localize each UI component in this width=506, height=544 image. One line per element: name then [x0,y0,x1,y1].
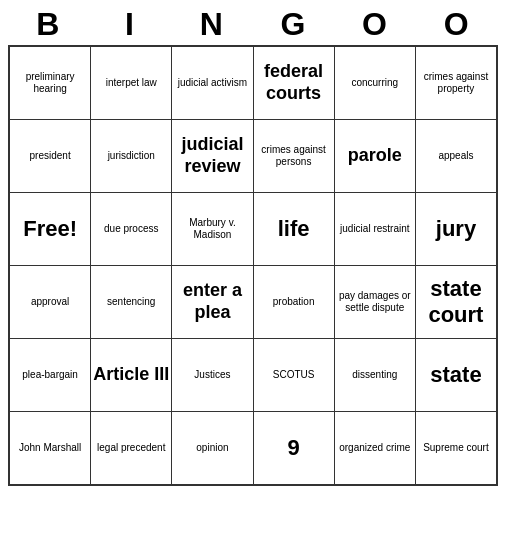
bingo-cell-4-5: state [416,339,496,411]
bingo-cell-0-3: federal courts [254,47,335,119]
bingo-cell-5-5: Supreme court [416,412,496,484]
header-letter-1: I [90,6,172,43]
bingo-cell-2-3: life [254,193,335,265]
bingo-cell-0-0: preliminary hearing [10,47,91,119]
bingo-row-3: approvalsentencingenter a pleaprobationp… [10,266,496,339]
bingo-cell-3-1: sentencing [91,266,172,338]
bingo-header: BINGOO [8,6,498,43]
bingo-cell-1-4: parole [335,120,416,192]
bingo-cell-1-2: judicial review [172,120,253,192]
bingo-cell-2-5: jury [416,193,496,265]
header-letter-3: G [253,6,335,43]
header-letter-0: B [8,6,90,43]
bingo-cell-2-0: Free! [10,193,91,265]
bingo-cell-5-1: legal precedent [91,412,172,484]
bingo-cell-4-2: Justices [172,339,253,411]
bingo-cell-1-1: jurisdiction [91,120,172,192]
bingo-row-1: presidentjurisdictionjudicial reviewcrim… [10,120,496,193]
header-letter-2: N [171,6,253,43]
header-letter-5: O [416,6,498,43]
bingo-cell-1-5: appeals [416,120,496,192]
bingo-grid: preliminary hearinginterpet lawjudicial … [8,45,498,486]
bingo-cell-5-3: 9 [254,412,335,484]
bingo-cell-2-1: due process [91,193,172,265]
bingo-cell-2-4: judicial restraint [335,193,416,265]
bingo-cell-3-4: pay damages or settle dispute [335,266,416,338]
bingo-cell-5-4: organized crime [335,412,416,484]
bingo-cell-5-0: John Marshall [10,412,91,484]
bingo-cell-0-2: judicial activism [172,47,253,119]
bingo-row-0: preliminary hearinginterpet lawjudicial … [10,47,496,120]
bingo-cell-0-1: interpet law [91,47,172,119]
bingo-cell-4-0: plea-bargain [10,339,91,411]
bingo-cell-0-4: concurring [335,47,416,119]
bingo-cell-1-3: crimes against persons [254,120,335,192]
bingo-cell-4-1: Article III [91,339,172,411]
bingo-cell-3-5: state court [416,266,496,338]
bingo-cell-3-2: enter a plea [172,266,253,338]
bingo-row-5: John Marshalllegal precedentopinion9orga… [10,412,496,484]
bingo-cell-4-3: SCOTUS [254,339,335,411]
bingo-row-2: Free!due processMarbury v. Madisonlifeju… [10,193,496,266]
bingo-cell-5-2: opinion [172,412,253,484]
bingo-cell-3-3: probation [254,266,335,338]
bingo-cell-4-4: dissenting [335,339,416,411]
bingo-cell-1-0: president [10,120,91,192]
header-letter-4: O [335,6,417,43]
bingo-row-4: plea-bargainArticle IIIJusticesSCOTUSdis… [10,339,496,412]
bingo-cell-3-0: approval [10,266,91,338]
bingo-cell-2-2: Marbury v. Madison [172,193,253,265]
bingo-cell-0-5: crimes against property [416,47,496,119]
